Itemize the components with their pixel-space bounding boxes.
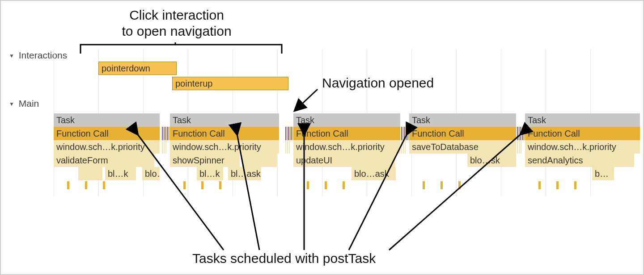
flame-entry[interactable]: bl…ask <box>228 167 262 180</box>
flame-entry[interactable]: blo…sk <box>467 154 517 167</box>
section-label: Interactions <box>19 50 68 60</box>
flame-tick <box>556 181 559 189</box>
flame-entry[interactable]: window.sch…k.priority <box>170 140 280 154</box>
flame-sliver <box>404 127 405 140</box>
flame-sliver <box>167 127 168 140</box>
flame-tick <box>67 181 69 189</box>
flame-sliver <box>402 127 403 140</box>
flame-sliver <box>401 127 402 140</box>
flame-sliver <box>522 127 523 140</box>
flame-sliver <box>163 127 164 140</box>
flame-sliver <box>521 127 522 140</box>
flame-entry[interactable]: window.sch…k.priority <box>293 140 401 154</box>
flame-tick <box>307 181 309 189</box>
annotation-navigation-opened: Navigation opened <box>322 75 434 91</box>
flame-task[interactable]: Task <box>409 113 517 127</box>
flame-sliver <box>165 127 165 140</box>
flame-sliver <box>289 127 290 140</box>
flame-tick <box>441 181 443 189</box>
flame-sliver <box>408 127 409 140</box>
flame-sliver <box>289 140 290 154</box>
flame-entry[interactable]: saveToDatabase <box>409 140 517 154</box>
flame-entry[interactable]: blo…ask <box>352 167 396 180</box>
flame-sliver <box>162 127 163 140</box>
flame-tick <box>458 181 461 189</box>
flame-task[interactable]: Task <box>293 113 401 127</box>
flame-tick <box>85 181 87 189</box>
annotation-text: Click interaction to open navigation <box>122 8 231 38</box>
flame-sliver <box>162 140 163 154</box>
flame-sliver <box>285 127 286 140</box>
section-header-main[interactable]: Main <box>9 98 39 109</box>
flame-entry[interactable]: updateUI <box>293 154 395 167</box>
flame-function-call[interactable]: Function Call <box>54 127 160 140</box>
flame-sliver <box>403 140 404 154</box>
flame-tick <box>538 181 541 189</box>
flame-tick <box>325 181 327 189</box>
main-timeline: TaskFunction Callwindow.sch…k.priorityva… <box>54 113 635 203</box>
flame-sliver <box>164 140 165 154</box>
flame-function-call[interactable]: Function Call <box>409 127 517 140</box>
annotation-click-interaction: Click interaction to open navigation <box>80 7 273 39</box>
flame-sliver <box>521 140 521 154</box>
flame-sliver <box>518 127 519 140</box>
flame-entry[interactable]: validateForm <box>54 154 155 167</box>
interaction-pointerdown[interactable]: pointerdown <box>98 62 177 75</box>
flame-sliver <box>405 127 406 140</box>
flame-tick <box>574 181 576 189</box>
flame-sliver <box>292 127 293 140</box>
flame-tick <box>219 181 221 189</box>
annotation-text: Tasks scheduled with postTask <box>192 251 376 266</box>
flame-entry[interactable]: sendAnalytics <box>525 154 635 167</box>
flame-sliver <box>520 127 521 140</box>
flame-sliver <box>287 140 288 154</box>
interaction-pointerup[interactable]: pointerup <box>172 77 288 90</box>
flame-entry[interactable]: b… <box>592 167 614 180</box>
flame-entry[interactable] <box>78 167 103 180</box>
flame-sliver <box>287 127 288 140</box>
flame-sliver <box>166 127 167 140</box>
flame-function-call[interactable]: Function Call <box>170 127 280 140</box>
flame-entry[interactable]: showSpinner <box>170 154 240 167</box>
flame-sliver <box>285 140 286 154</box>
flame-function-call[interactable]: Function Call <box>525 127 640 140</box>
flame-sliver <box>517 127 518 140</box>
flame-entry[interactable]: window.sch…k.priority <box>525 140 640 154</box>
flame-entry[interactable]: blo…sk <box>142 167 160 180</box>
flame-task[interactable]: Task <box>170 113 280 127</box>
section-header-interactions[interactable]: Interactions <box>9 50 67 61</box>
section-label: Main <box>19 98 39 108</box>
flame-sliver <box>519 140 520 154</box>
flame-entry[interactable]: bl…k <box>105 167 136 180</box>
flame-sliver <box>405 140 406 154</box>
annotation-text: Navigation opened <box>322 75 434 90</box>
flame-sliver <box>288 127 289 140</box>
flame-tick <box>343 181 345 189</box>
flame-function-call[interactable]: Function Call <box>293 127 401 140</box>
flame-task[interactable]: Task <box>525 113 640 127</box>
flame-sliver <box>401 140 402 154</box>
flame-tick <box>103 181 105 189</box>
flame-sliver <box>169 127 169 140</box>
flame-entry[interactable]: window.sch…k.priority <box>54 140 160 154</box>
flame-entry[interactable] <box>242 154 277 167</box>
flame-sliver <box>291 127 292 140</box>
flame-sliver <box>165 140 166 154</box>
flame-sliver <box>517 140 518 154</box>
flame-task[interactable]: Task <box>54 113 160 127</box>
flame-tick <box>423 181 425 189</box>
flame-sliver <box>407 127 407 140</box>
flame-entry[interactable]: bl…k <box>197 167 224 180</box>
flame-tick <box>183 181 186 189</box>
flame-tick <box>201 181 203 189</box>
flame-sliver <box>524 127 525 140</box>
annotation-tasks-posttask: Tasks scheduled with postTask <box>192 251 376 266</box>
